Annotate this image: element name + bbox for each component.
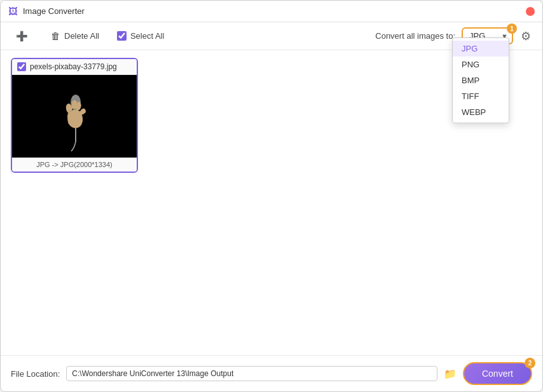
select-all-text: Select All [130, 31, 164, 41]
image-card: pexels-pixabay-33779.jpg [11, 58, 138, 173]
format-option-tiff[interactable]: TIFF [453, 88, 509, 104]
settings-button[interactable]: ⚙ [519, 28, 532, 44]
delete-icon: 🗑 [51, 30, 60, 41]
image-info: JPG -> JPG(2000*1334) [12, 158, 137, 172]
delete-all-label: Delete All [64, 31, 99, 41]
file-location-label: File Location: [11, 369, 60, 379]
image-checkbox[interactable] [17, 62, 26, 71]
preview-image [36, 78, 113, 154]
title-bar-right: ✕ [526, 7, 535, 16]
file-path-select[interactable]: C:\Wondershare UniConverter 13\Image Out… [66, 366, 437, 381]
format-option-webp[interactable]: WEBP [453, 104, 509, 120]
folder-browse-button[interactable]: 📁 [444, 368, 457, 380]
image-preview [12, 75, 137, 158]
convert-button[interactable]: Convert [463, 362, 532, 385]
select-all-checkbox[interactable] [117, 31, 127, 41]
title-bar: 🖼 Image Converter ✕ [1, 1, 542, 22]
window-title: Image Converter [23, 6, 85, 16]
format-option-jpg[interactable]: JPG [453, 41, 509, 57]
delete-all-button[interactable]: 🗑 Delete All [46, 28, 104, 44]
image-card-header: pexels-pixabay-33779.jpg [12, 59, 137, 75]
footer: File Location: C:\Wondershare UniConvert… [1, 355, 542, 391]
convert-badge: 2 [525, 358, 535, 368]
app-icon: 🖼 [8, 6, 18, 17]
close-button[interactable]: ✕ [526, 7, 535, 16]
add-icon: ➕ [16, 30, 28, 42]
select-all-label[interactable]: Select All [117, 31, 164, 41]
title-bar-left: 🖼 Image Converter [8, 6, 85, 17]
main-window: 🖼 Image Converter ✕ ➕ 🗑 Delete All Selec… [0, 0, 543, 392]
format-option-bmp[interactable]: BMP [453, 72, 509, 88]
image-filename: pexels-pixabay-33779.jpg [30, 62, 117, 71]
convert-all-label: Convert all images to: [375, 31, 455, 41]
add-image-button[interactable]: ➕ [11, 28, 33, 44]
format-badge: 1 [507, 24, 517, 34]
format-dropdown: JPG PNG BMP TIFF WEBP [452, 37, 509, 123]
convert-button-wrapper: Convert 2 [463, 362, 532, 385]
format-option-png[interactable]: PNG [453, 57, 509, 72]
